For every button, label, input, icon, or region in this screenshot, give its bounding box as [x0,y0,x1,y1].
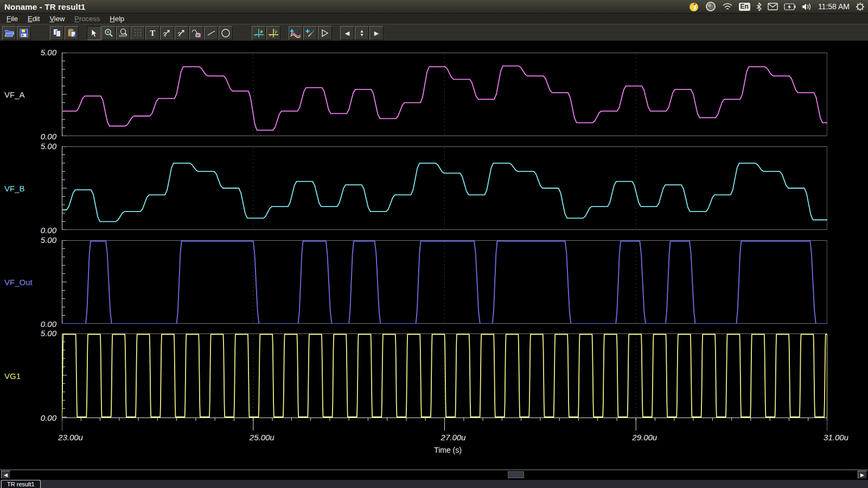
curve-label-icon [192,29,201,37]
x-axis [62,418,827,434]
curve-label-button[interactable] [189,26,203,40]
cursor-b-button[interactable]: b [266,26,280,40]
run-icon [321,29,329,37]
signal-label-vg1: VG1 [4,371,21,380]
bluetooth-icon[interactable] [756,2,762,11]
ytick-5: 5.00 [4,329,56,338]
xtick-23u: 23.00u [58,433,83,442]
signal-label-vf-out: VF_Out [4,278,33,287]
text-button[interactable]: T [145,26,159,40]
ytick-0: 0.00 [4,319,56,329]
keyboard-layout-badge[interactable]: En [739,3,750,11]
ytick-0: 0.00 [4,132,56,141]
clock-label[interactable]: 11:58 AM [818,2,850,11]
annotate-curve-button-1[interactable]: T [160,26,174,40]
ytick-5: 5.00 [4,48,56,57]
signal-label-vf-a: VF_A [4,90,25,99]
scroll-left-button[interactable]: ◀ [340,26,354,40]
power-gear-icon[interactable] [856,2,865,11]
panel-vf-out-gutter: VF_Out 5.00 0.00 [0,240,62,324]
toolbar: 100% T T ? [0,24,868,41]
paste-button[interactable] [65,26,79,40]
curve-arrow2-icon: ? [177,28,187,37]
xtick-29u: 29.00u [632,433,657,442]
menu-edit[interactable]: Edit [23,14,44,23]
cursor-a-button[interactable]: a [252,26,266,40]
tab-tr-result1[interactable]: TR result1 [1,480,41,488]
scrollbar-thumb[interactable] [508,471,524,478]
zoom-full-button[interactable]: 100% [116,26,130,40]
grid-button[interactable] [131,26,145,40]
zoom-spinner[interactable]: ▲▼ [355,26,369,40]
waveform-pane-vg1[interactable] [62,333,827,418]
panel-vf-b: VF_B 5.00 0.00 [0,146,868,230]
line-tool-icon [207,28,216,37]
panel-vf-a: VF_A 5.00 0.00 [0,53,868,136]
add-probe-icon [305,28,315,38]
app-sphere-icon[interactable] [705,1,716,12]
grid-icon [134,29,142,37]
svg-text:b: b [275,29,278,34]
copy-button[interactable] [50,26,64,40]
up-down-spinner-icon: ▲▼ [360,29,364,37]
panel-vf-out: VF_Out 5.00 0.00 [0,240,868,324]
cursor-a-icon: a [253,28,264,38]
waveform-pane-vf-a[interactable] [62,53,827,136]
x-axis-title: Time (s) [434,446,462,454]
cursor-b-icon: b [268,28,279,38]
window-title: Noname - TR result1 [0,2,86,11]
waveform-pane-vf-out[interactable] [62,240,827,324]
waveform-plot-area: VF_A 5.00 0.00 VF_B 5.00 0.00 VF_Out 5.0… [0,41,868,470]
menu-view[interactable]: View [45,14,69,23]
ytick-5: 5.00 [4,235,56,245]
add-curves-button[interactable] [289,26,303,40]
signal-label-vf-b: VF_B [4,184,25,193]
svg-text:T: T [164,34,167,37]
scroll-right-button[interactable]: ▶ [369,26,384,40]
paste-icon [67,28,76,37]
copy-icon [53,28,62,37]
annotate-curve-button-2[interactable]: ? [175,26,189,40]
zoom-in-button[interactable] [101,26,116,40]
tab-bar: TR result1 [0,480,868,488]
menu-file[interactable]: File [2,14,22,23]
menu-help[interactable]: Help [105,14,129,23]
left-arrow-icon: ◀ [345,30,349,36]
line-button[interactable] [204,26,218,40]
floppy-disk-icon [20,29,28,37]
waveform-pane-vf-b[interactable] [62,146,827,230]
panel-vg1: VG1 5.00 0.00 [0,333,868,418]
ytick-5: 5.00 [4,142,56,151]
panel-vg1-gutter: VG1 5.00 0.00 [0,333,62,418]
folder-open-icon [4,29,15,37]
volume-icon[interactable] [802,3,812,11]
save-button[interactable] [17,26,31,40]
xtick-27u: 27.00u [441,433,466,442]
mail-icon[interactable] [768,3,778,10]
scrollbar-right-button[interactable]: ▶ [858,471,867,479]
curve-arrow-icon: T [162,28,172,37]
run-button[interactable] [318,26,332,40]
ellipse-button[interactable] [219,26,233,40]
open-button[interactable] [2,26,16,40]
scrollbar-left-button[interactable]: ◀ [1,471,10,479]
system-tray: En 11:58 AM [688,0,865,13]
add-probe-button[interactable] [303,26,317,40]
ellipse-tool-icon [221,28,231,38]
horizontal-scrollbar[interactable]: ◀ ▶ [0,470,868,480]
text-tool-icon: T [149,29,157,37]
application-window: Noname - TR result1 En [0,0,868,488]
select-button[interactable] [87,26,101,40]
app-bird-icon[interactable] [688,1,699,12]
svg-text:T: T [150,29,155,37]
titlebar: Noname - TR result1 En [0,0,868,14]
menu-process: Process [70,14,104,23]
add-curves-icon [290,28,301,38]
zoom-in-icon [104,28,113,37]
xtick-31u: 31.00u [824,433,848,442]
wifi-icon[interactable] [722,2,733,11]
pointer-icon [90,29,98,37]
battery-icon[interactable] [784,3,796,10]
svg-text:a: a [260,29,263,34]
xtick-25u: 25.00u [250,433,275,442]
